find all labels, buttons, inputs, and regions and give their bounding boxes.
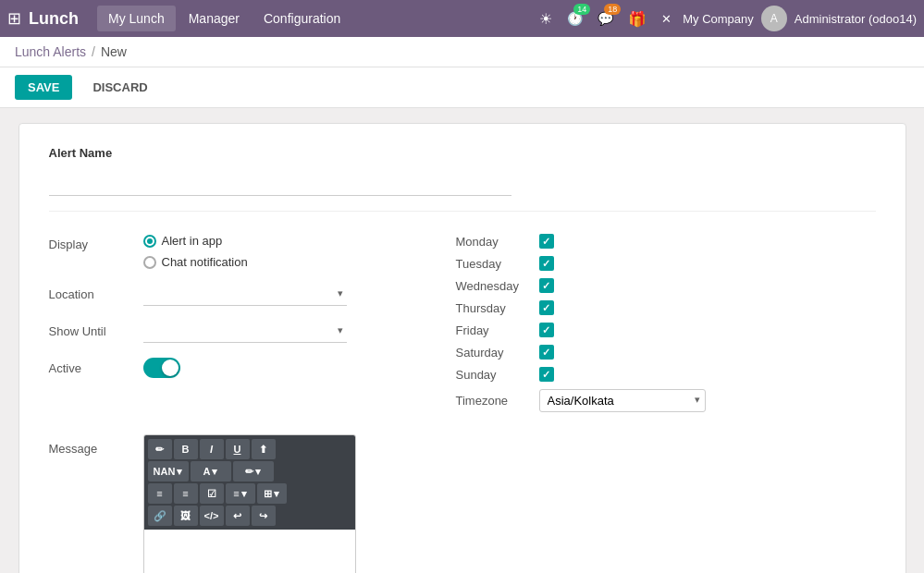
toolbar-pen-btn[interactable]: ✏: [148, 439, 172, 459]
sunday-label: Sunday: [456, 368, 530, 382]
calendar-icon-btn[interactable]: 🕐 14: [563, 7, 586, 30]
right-section: Monday Tuesday Wednesday Thursday: [456, 234, 876, 412]
action-bar: SAVE DISCARD: [0, 67, 924, 108]
day-friday: Friday: [456, 323, 876, 337]
save-button[interactable]: SAVE: [15, 75, 72, 100]
avatar-initial: A: [770, 12, 778, 25]
day-monday: Monday: [456, 234, 876, 249]
toolbar-underline-btn[interactable]: U: [226, 439, 250, 459]
sun-icon-btn[interactable]: ☀: [536, 6, 556, 31]
navbar-right: ☀ 🕐 14 💬 18 🎁 ✕ My Company A Administrat…: [536, 6, 917, 31]
sunday-checkbox[interactable]: [539, 367, 554, 382]
toolbar-check-btn[interactable]: ☑: [200, 483, 224, 504]
toolbar-ol-btn[interactable]: ≡: [174, 483, 198, 504]
location-select-wrapper: [143, 284, 347, 306]
tuesday-label: Tuesday: [456, 257, 530, 271]
toggle-track[interactable]: [143, 358, 180, 378]
friday-checkbox[interactable]: [539, 323, 554, 337]
company-name[interactable]: My Company: [683, 12, 754, 26]
toolbar-row-1: ✏ B I U ⬆: [148, 439, 351, 459]
active-toggle-wrapper: [143, 358, 419, 379]
toolbar-undo-btn[interactable]: ↩: [226, 506, 250, 526]
wednesday-label: Wednesday: [456, 279, 530, 293]
location-select[interactable]: [143, 284, 347, 306]
display-option-chat[interactable]: Chat notification: [143, 255, 419, 269]
toggle-thumb: [162, 360, 179, 376]
monday-label: Monday: [456, 235, 530, 249]
nav-manager[interactable]: Manager: [178, 6, 251, 31]
timezone-label: Timezone: [456, 394, 530, 408]
app-brand: Lunch: [29, 9, 79, 29]
editor-toolbar: ✏ B I U ⬆ NAN▾ A▾ ✏▾ ≡ ≡: [144, 435, 355, 530]
alert-name-label: Alert Name: [49, 146, 876, 160]
user-name: Administrator (odoo14): [795, 12, 917, 26]
active-label: Active: [49, 358, 132, 375]
toolbar-bold-btn[interactable]: B: [174, 439, 198, 459]
tuesday-checkbox[interactable]: [539, 256, 554, 271]
grid-icon[interactable]: ⊞: [7, 8, 21, 29]
monday-checkbox[interactable]: [539, 234, 554, 249]
toolbar-align-btn[interactable]: ≡▾: [226, 483, 255, 504]
thursday-label: Thursday: [456, 301, 530, 315]
navbar: ⊞ Lunch My Lunch Manager Configuration ☀…: [0, 0, 924, 37]
discard-button[interactable]: DISCARD: [80, 75, 160, 100]
radio-app-label: Alert in app: [162, 234, 223, 248]
toolbar-code-btn[interactable]: </>: [200, 506, 224, 526]
toolbar-italic-btn[interactable]: I: [200, 439, 224, 459]
show-until-select-wrapper: [143, 321, 347, 343]
gift-icon-btn[interactable]: 🎁: [624, 6, 650, 31]
editor-content[interactable]: [144, 530, 355, 573]
day-tuesday: Tuesday: [456, 256, 876, 271]
friday-label: Friday: [456, 323, 530, 337]
message-label: Message: [49, 434, 132, 456]
toolbar-font-btn[interactable]: A▾: [191, 461, 231, 482]
show-until-select[interactable]: [143, 321, 347, 343]
show-until-value: [143, 321, 419, 343]
display-label: Display: [49, 234, 132, 251]
nav-configuration[interactable]: Configuration: [253, 6, 351, 31]
active-toggle[interactable]: [143, 358, 180, 378]
toolbar-table-btn[interactable]: ⊞▾: [257, 483, 287, 504]
chat-badge: 18: [604, 4, 621, 15]
saturday-label: Saturday: [456, 346, 530, 360]
active-row: Active: [49, 358, 419, 379]
toolbar-color-btn[interactable]: ✏▾: [233, 461, 274, 482]
toolbar-ul-btn[interactable]: ≡: [148, 483, 172, 504]
toolbar-link-btn[interactable]: 🔗: [148, 506, 172, 526]
show-until-label: Show Until: [49, 321, 132, 338]
breadcrumb: Lunch Alerts / New: [0, 37, 924, 67]
radio-app[interactable]: [143, 235, 156, 248]
display-options: Alert in app Chat notification: [143, 234, 419, 269]
toolbar-image-btn[interactable]: 🖼: [174, 506, 198, 526]
close-icon: ✕: [661, 12, 671, 26]
days-grid: Monday Tuesday Wednesday Thursday: [456, 234, 876, 382]
thursday-checkbox[interactable]: [539, 300, 554, 315]
toolbar-row-2: NAN▾ A▾ ✏▾: [148, 461, 351, 482]
toolbar-nan-btn[interactable]: NAN▾: [148, 461, 189, 482]
radio-chat[interactable]: [143, 256, 156, 269]
day-sunday: Sunday: [456, 367, 876, 382]
nav-menu: My Lunch Manager Configuration: [97, 6, 532, 31]
close-icon-btn[interactable]: ✕: [658, 6, 675, 30]
show-until-row: Show Until: [49, 321, 419, 343]
timezone-select-wrapper: Asia/Kolkata UTC US/Eastern Europe/Londo…: [539, 389, 706, 412]
avatar[interactable]: A: [761, 6, 787, 31]
toolbar-row-4: 🔗 🖼 </> ↩ ↪: [148, 506, 351, 526]
alert-name-input[interactable]: [49, 171, 511, 196]
sun-icon: ☀: [539, 11, 552, 27]
nav-my-lunch[interactable]: My Lunch: [97, 6, 176, 31]
display-option-app[interactable]: Alert in app: [143, 234, 419, 248]
toolbar-row-3: ≡ ≡ ☑ ≡▾ ⊞▾: [148, 483, 351, 504]
chat-icon-btn[interactable]: 💬 18: [594, 7, 617, 30]
toolbar-redo-btn[interactable]: ↪: [252, 506, 276, 526]
wednesday-checkbox[interactable]: [539, 278, 554, 293]
left-section: Display Alert in app Chat notification: [49, 234, 419, 412]
radio-chat-label: Chat notification: [162, 255, 248, 269]
timezone-row: Timezone Asia/Kolkata UTC US/Eastern Eur…: [456, 389, 876, 412]
toolbar-format-btn[interactable]: ⬆: [252, 439, 276, 459]
timezone-select[interactable]: Asia/Kolkata UTC US/Eastern Europe/Londo…: [539, 389, 706, 412]
form-card: Alert Name Display Alert in app: [18, 123, 906, 573]
saturday-checkbox[interactable]: [539, 345, 554, 360]
day-saturday: Saturday: [456, 345, 876, 360]
breadcrumb-parent[interactable]: Lunch Alerts: [15, 44, 86, 59]
